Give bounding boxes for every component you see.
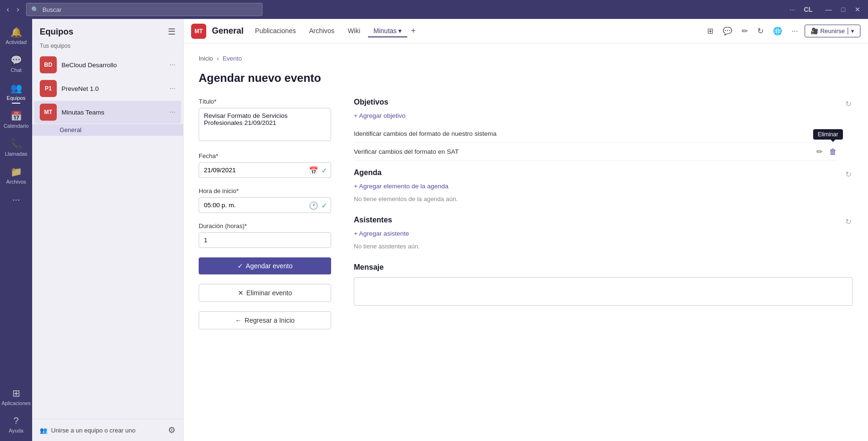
team-more-becloud[interactable]: ··· [169,61,175,69]
meet-now-button[interactable]: 💬 [720,25,735,37]
sidebar-item-chat[interactable]: 💬 Chat [2,51,30,77]
team-name-prevenet: PreveNet 1.0 [61,85,165,92]
more-options-button[interactable]: ··· [789,6,795,13]
teams-header: Equipos ☰ [32,19,183,41]
time-input-wrapper: 🕐 ✓ [199,197,331,213]
maximize-button[interactable]: □ [838,5,849,14]
x-icon: ✕ [238,289,244,297]
sidebar-item-actividad[interactable]: 🔔 Actividad [2,23,30,49]
channel-tabs: Publicaciones Archivos Wiki Minutas ▾ + [249,24,418,38]
form-column: Título* Revisar Formato de Servicios Pro… [199,98,331,339]
duration-input[interactable] [199,232,331,248]
search-channel-button[interactable]: ⊞ [704,25,716,37]
back-button[interactable]: ← Regresar a Inicio [199,311,331,329]
close-button[interactable]: ✕ [851,5,864,14]
agenda-title: Agenda [354,168,838,177]
tab-minutas[interactable]: Minutas ▾ [368,25,407,37]
sidebar-item-ayuda[interactable]: ? Ayuda [2,412,30,437]
delete-button-group: ✕ Eliminar evento [199,284,331,302]
add-agenda-button[interactable]: + Agregar elemento de la agenda [354,183,838,190]
tab-wiki[interactable]: Wiki [342,25,366,37]
nav-back-button[interactable]: ‹ [4,4,12,15]
titlebar-right: ··· CL — □ ✕ [789,2,864,17]
refresh-agenda-button[interactable]: ↻ [844,168,853,180]
channel-item-general[interactable]: General [32,124,183,136]
tab-archivos[interactable]: Archivos [303,25,340,37]
title-input[interactable]: Revisar Formato de Servicios Profesional… [199,108,331,141]
calendar-icon: 📅 [10,110,22,122]
team-item-becloud[interactable]: BD BeCloud Desarrollo ··· [34,53,181,76]
refresh-objectives-button[interactable]: ↻ [844,98,853,110]
sidebar-item-calendario[interactable]: 📅 Calendario [2,106,30,132]
back-button-group: ← Regresar a Inicio [199,311,331,329]
refresh-attendees-button[interactable]: ↻ [844,216,853,228]
more-actions-button[interactable]: ··· [789,25,801,37]
globe-button[interactable]: 🌐 [770,25,785,37]
breadcrumb-current: Evento [223,55,242,62]
sidebar-item-more[interactable]: ··· [2,190,30,209]
team-avatar-becloud: BD [40,56,57,73]
check-icon: ✓ [237,262,243,270]
date-group: Fecha* 📅 ✓ [199,152,331,178]
sidebar-item-llamadas[interactable]: 📞 Llamadas [2,134,30,160]
window-controls: — □ ✕ [822,5,864,14]
nav-forward-button[interactable]: › [14,4,22,15]
calls-icon: 📞 [10,138,22,150]
sidebar-item-archivos[interactable]: 📁 Archivos [2,162,30,188]
navigation-buttons: ‹ › [4,4,22,15]
teams-footer: 👥 Unirse a un equipo o crear uno ⚙ [32,419,183,441]
reunirse-dropdown-arrow[interactable]: ▾ [848,27,854,35]
sidebar-item-label: Archivos [6,179,26,185]
join-team-link[interactable]: 👥 Unirse a un equipo o crear uno [40,427,136,434]
join-team-text: Unirse a un equipo o crear uno [51,427,136,434]
reunirse-button[interactable]: 🎥 Reunirse ▾ [805,25,860,37]
edit-button[interactable]: ✏ [739,25,751,37]
team-more-prevenet[interactable]: ··· [169,84,175,93]
sidebar-item-aplicaciones[interactable]: ⊞ Aplicaciones [2,384,30,410]
refresh-button[interactable]: ↻ [754,25,766,37]
video-icon: 🎥 [811,27,818,35]
help-icon: ? [13,415,18,426]
add-tab-button[interactable]: + [409,24,418,38]
objectives-title: Objetivos [354,98,838,106]
teams-subheader: Tus equipos [32,41,183,53]
delete-event-button[interactable]: ✕ Eliminar evento [199,284,331,302]
minimize-button[interactable]: — [822,5,836,14]
sidebar-item-equipos[interactable]: 👥 Equipos [2,79,30,105]
search-icon: 🔍 [31,6,39,13]
team-name-becloud: BeCloud Desarrollo [61,62,165,69]
message-input[interactable] [354,277,853,306]
teams-panel-title: Equipos [40,27,73,37]
search-bar[interactable]: 🔍 Buscar [26,3,263,16]
sidebar-item-label: Calendario [3,123,28,129]
attendees-section: Asistentes + Agregar asistente No tiene … [354,216,853,256]
attendees-title: Asistentes [354,216,838,224]
tab-publicaciones[interactable]: Publicaciones [249,25,301,37]
content-area: Inicio › Evento Agendar nuevo evento Tít… [184,44,868,441]
delete-objective-2-button[interactable]: 🗑 [828,146,838,158]
back-arrow-icon: ← [235,317,242,324]
calendar-input-icon: 📅 [309,166,318,175]
objective-text-2: Verificar cambios del formato en SAT [354,148,815,155]
team-item-minutas[interactable]: MT Minutas Teams ··· [34,101,181,123]
page-title: Agendar nuevo evento [199,71,853,85]
team-more-minutas[interactable]: ··· [169,108,175,116]
team-item-prevenet[interactable]: P1 PreveNet 1.0 ··· [34,77,181,100]
attendees-empty-text: No tiene asistentes aún. [354,243,838,250]
join-team-icon: 👥 [40,427,47,434]
schedule-button-group: ✓ Agendar evento [199,257,331,274]
objectives-section: Objetivos + Agregar objetivo Identificar… [354,98,853,161]
title-label: Título* [199,98,331,105]
user-avatar[interactable]: CL [801,2,816,17]
channel-header-left: MT General Publicaciones Archivos Wiki M… [191,24,697,39]
team-name-minutas: Minutas Teams [61,109,165,116]
add-attendee-button[interactable]: + Agregar asistente [354,230,838,237]
files-icon: 📁 [10,166,22,177]
add-objective-button[interactable]: + Agregar objetivo [354,112,838,119]
schedule-event-button[interactable]: ✓ Agendar evento [199,257,331,274]
settings-button[interactable]: ⚙ [168,425,175,435]
edit-objective-2-button[interactable]: ✏ [815,146,824,158]
teams-filter-button[interactable]: ☰ [168,26,175,37]
breadcrumb-home[interactable]: Inicio [199,55,213,62]
breadcrumb: Inicio › Evento [199,55,853,62]
